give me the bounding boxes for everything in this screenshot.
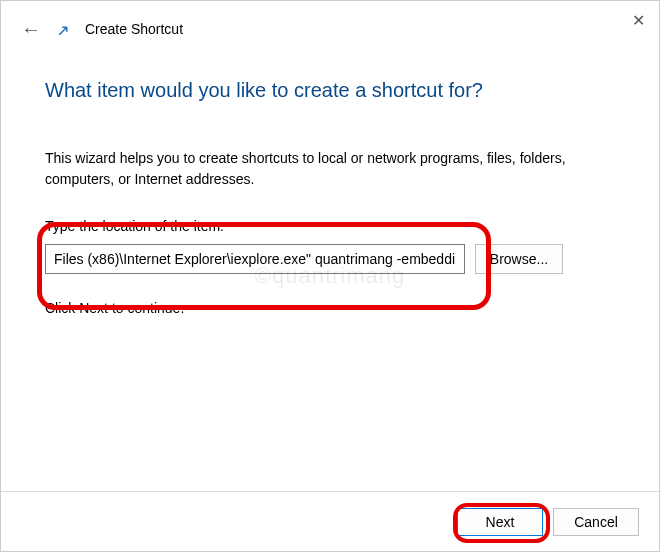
location-input-row: Browse...	[45, 244, 615, 274]
titlebar: ← Create Shortcut	[1, 1, 659, 49]
cancel-button[interactable]: Cancel	[553, 508, 639, 536]
location-input[interactable]	[45, 244, 465, 274]
window-title: Create Shortcut	[85, 21, 183, 37]
page-headline: What item would you like to create a sho…	[45, 79, 615, 102]
content-area: What item would you like to create a sho…	[1, 49, 659, 316]
next-button[interactable]: Next	[457, 508, 543, 536]
location-label: Type the location of the item:	[45, 218, 615, 234]
shortcut-icon	[55, 23, 71, 39]
description-text: This wizard helps you to create shortcut…	[45, 148, 615, 190]
browse-button[interactable]: Browse...	[475, 244, 563, 274]
close-icon[interactable]: ✕	[632, 11, 645, 30]
footer-bar: Next Cancel	[1, 491, 659, 551]
back-arrow-icon[interactable]: ←	[21, 19, 41, 39]
continue-instruction: Click Next to continue.	[45, 300, 615, 316]
location-section: Type the location of the item: Browse...	[45, 218, 615, 274]
